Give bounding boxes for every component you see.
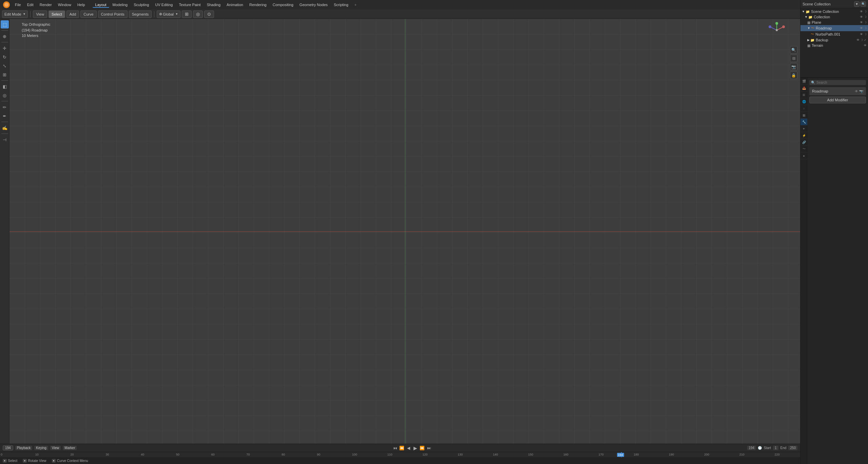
- workspace-tab-animation[interactable]: Animation: [224, 2, 246, 8]
- select-label: Select: [8, 459, 18, 463]
- props-material-tab[interactable]: ●: [801, 153, 807, 159]
- properties-icon-tabs: 🎬 📤 ⊞ 🌐 ○ ▦ 🔧 ✦ ⚡ 🔗 〜 ●: [801, 78, 807, 464]
- outliner-title: Scene Collection: [803, 2, 831, 6]
- select-key: •: [3, 459, 7, 463]
- props-render-tab[interactable]: 🎬: [801, 78, 807, 85]
- workspace-tab-scripting[interactable]: Scripting: [331, 2, 351, 8]
- add-workspace-btn[interactable]: +: [352, 2, 359, 8]
- props-physics-tab[interactable]: ⚡: [801, 132, 807, 139]
- end-frame-input[interactable]: 250: [788, 446, 797, 450]
- workspace-tab-texture-paint[interactable]: Texture Paint: [176, 2, 203, 8]
- outliner-item-roadmap[interactable]: ▼ 〜 Roadmap 👁 ☽: [801, 25, 868, 31]
- workspace-tab-modeling[interactable]: Modeling: [110, 2, 131, 8]
- extrude-tool[interactable]: ◧: [1, 82, 9, 90]
- workspace-tab-geometry-nodes[interactable]: Geometry Nodes: [297, 2, 330, 8]
- modifier-card-roadmap: Roadmap 👁 📷: [809, 87, 866, 95]
- menu-file[interactable]: File: [12, 2, 24, 8]
- annotate-tool[interactable]: ✍: [1, 124, 9, 132]
- right-panel: Scene Collection ▼ 🔍 ▼ 📁 Scene Collectio…: [800, 0, 868, 464]
- menu-render[interactable]: Render: [37, 2, 55, 8]
- props-world-tab[interactable]: ○: [801, 105, 807, 112]
- move-tool[interactable]: ✛: [1, 44, 9, 52]
- marker-menu[interactable]: Marker: [63, 446, 77, 450]
- props-modifier-tab[interactable]: 🔧: [801, 119, 807, 125]
- outliner-item-backup[interactable]: ▶ 📁 Backup 👁 ☽ ✓: [801, 37, 868, 43]
- outliner-item-collection[interactable]: ▼ 📁 Collection 👁 ☽: [801, 14, 868, 20]
- outliner-item-terrain[interactable]: ▦ Terrain 👁: [801, 43, 868, 48]
- props-view-layer-tab[interactable]: ⊞: [801, 92, 807, 98]
- cursor-tool[interactable]: ⊕: [1, 32, 9, 40]
- draw-tool[interactable]: ✏: [1, 103, 9, 111]
- outliner-search-btn[interactable]: 🔍: [861, 1, 866, 7]
- menu-window[interactable]: Window: [55, 2, 74, 8]
- viewport[interactable]: Top Orthographic (194) Roadmap 10 Meters: [9, 19, 800, 444]
- zoom-out-btn[interactable]: ⊟: [790, 55, 797, 62]
- camera-btn[interactable]: 📷: [790, 63, 797, 70]
- keying-menu[interactable]: Keying: [34, 446, 48, 450]
- workspace-tab-shading[interactable]: Shading: [204, 2, 223, 8]
- props-search-bar[interactable]: 🔍: [809, 80, 866, 85]
- measure-tool[interactable]: ⊣: [1, 136, 9, 144]
- outliner-item-scene-collection[interactable]: ▼ 📁 Scene Collection 👁 ☽: [801, 9, 868, 14]
- pivot-point[interactable]: ⊙: [204, 11, 214, 18]
- prev-frame-btn[interactable]: ⏪: [399, 445, 405, 451]
- props-particles-tab[interactable]: ✦: [801, 125, 807, 132]
- scale-tool[interactable]: ⤡: [1, 62, 9, 70]
- snap-toggle[interactable]: ⊞: [182, 11, 192, 18]
- workspace-tab-compositing[interactable]: Compositing: [270, 2, 296, 8]
- props-data-tab[interactable]: 〜: [801, 146, 807, 153]
- gizmo-svg: [768, 22, 785, 39]
- start-frame-input[interactable]: 1: [773, 446, 778, 450]
- transform-orientation[interactable]: ⊕ Global ▼: [157, 11, 180, 18]
- playback-menu[interactable]: Playback: [15, 446, 33, 450]
- workspace-tab-uv-editing[interactable]: UV Editing: [152, 2, 175, 8]
- radius-tool[interactable]: ◎: [1, 91, 9, 99]
- status-curve-context: • Curve Context Menu: [52, 459, 88, 463]
- svg-point-46: [782, 25, 785, 28]
- outliner-item-nurbspath[interactable]: 〜 NurbsPath.001 👁 ☽: [801, 31, 868, 37]
- menu-select[interactable]: Select: [49, 11, 65, 18]
- status-rotate-view: • Rotate View: [23, 459, 46, 463]
- workspace-tab-layout[interactable]: Layout: [93, 2, 109, 8]
- modifier-render-btn[interactable]: 📷: [859, 89, 863, 93]
- mode-toolbar: Edit Mode ▼ View Select Add Curve Contro…: [0, 9, 868, 19]
- play-reverse-btn[interactable]: ◀: [406, 445, 412, 451]
- menu-view[interactable]: View: [33, 11, 47, 18]
- props-output-tab[interactable]: 📤: [801, 85, 807, 92]
- props-scene-tab[interactable]: 🌐: [801, 98, 807, 105]
- menu-help[interactable]: Help: [75, 2, 88, 8]
- current-frame-indicator[interactable]: 194: [3, 445, 13, 450]
- blender-logo[interactable]: [3, 1, 10, 8]
- menu-control-points[interactable]: Control Points: [98, 11, 128, 18]
- props-object-tab[interactable]: ▦: [801, 112, 807, 119]
- pen-tool[interactable]: ✒: [1, 112, 9, 120]
- jump-end-btn[interactable]: ⏭: [426, 445, 432, 451]
- menu-segments[interactable]: Segments: [129, 11, 152, 18]
- frame-number-display[interactable]: 194: [747, 446, 756, 450]
- view-menu[interactable]: View: [50, 446, 61, 450]
- workspace-tab-rendering[interactable]: Rendering: [247, 2, 269, 8]
- next-frame-btn[interactable]: ⏩: [419, 445, 425, 451]
- play-btn[interactable]: ▶: [412, 445, 419, 451]
- transform-gizmo[interactable]: [768, 22, 785, 39]
- props-constraints-tab[interactable]: 🔗: [801, 139, 807, 146]
- lock-camera-btn[interactable]: 🔒: [790, 72, 797, 79]
- select-box-tool[interactable]: ⬚: [1, 20, 9, 28]
- zoom-in-btn[interactable]: 🔍: [790, 46, 797, 54]
- jump-start-btn[interactable]: ⏮: [392, 445, 398, 451]
- menu-add[interactable]: Add: [66, 11, 79, 18]
- rotate-tool[interactable]: ↻: [1, 53, 9, 61]
- modifier-header: Roadmap 👁 📷: [812, 89, 863, 93]
- props-search-input[interactable]: [816, 81, 864, 84]
- proportional-edit[interactable]: ◎: [193, 11, 203, 18]
- workspace-tab-sculpting[interactable]: Sculpting: [131, 2, 152, 8]
- outliner-tree: ▼ 📁 Scene Collection 👁 ☽ ▼ 📁 Collection …: [801, 8, 868, 77]
- outliner-item-plane[interactable]: ▦ Plane 👁 ☽: [801, 20, 868, 25]
- mode-selector[interactable]: Edit Mode ▼: [2, 11, 28, 18]
- add-modifier-btn[interactable]: Add Modifier: [809, 97, 866, 103]
- modifier-visibility-btn[interactable]: 👁: [855, 89, 858, 93]
- menu-curve[interactable]: Curve: [80, 11, 96, 18]
- transform-tool[interactable]: ⊞: [1, 70, 9, 79]
- outliner-filter-btn[interactable]: ▼: [854, 1, 860, 7]
- menu-edit[interactable]: Edit: [24, 2, 36, 8]
